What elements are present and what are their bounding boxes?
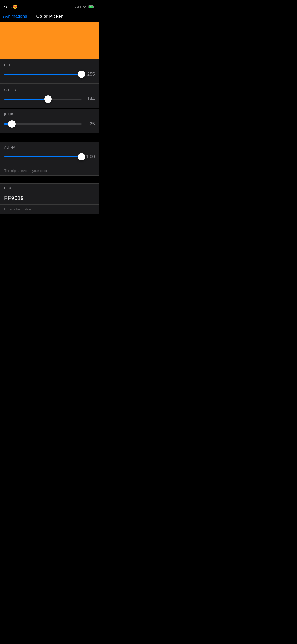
- hex-value-row[interactable]: FF9019: [0, 192, 99, 205]
- sliders-section: RED 255 GREEN 144 BLUE: [0, 59, 99, 133]
- back-button[interactable]: ‹ Animations: [3, 14, 27, 19]
- green-value: 144: [84, 96, 95, 102]
- green-slider-group: GREEN 144: [0, 84, 99, 108]
- blue-label: BLUE: [4, 113, 95, 117]
- hex-value: FF9019: [4, 195, 95, 201]
- green-slider-container[interactable]: [4, 94, 82, 104]
- hex-hint: Enter a hex value: [0, 205, 99, 214]
- alpha-label: ALPHA: [4, 146, 95, 149]
- blue-slider-row: 25: [4, 119, 95, 129]
- alpha-slider-row: 1.00: [4, 152, 95, 162]
- red-slider-container[interactable]: [4, 70, 82, 79]
- red-slider-track: [4, 74, 82, 75]
- green-slider-track: [4, 99, 82, 100]
- blue-slider-group: BLUE 25: [0, 109, 99, 133]
- green-label: GREEN: [4, 88, 95, 92]
- red-label: RED: [4, 63, 95, 67]
- red-value: 255: [84, 72, 95, 77]
- wifi-icon: [82, 4, 87, 9]
- alpha-section: ALPHA 1.00 The alpha level of your color: [0, 142, 99, 176]
- blue-slider-thumb[interactable]: [8, 120, 16, 128]
- section-gap-1: [0, 134, 99, 142]
- back-label: Animations: [5, 14, 27, 19]
- color-preview: [0, 22, 99, 59]
- signal-icon: [75, 6, 81, 8]
- alpha-slider-thumb[interactable]: [78, 153, 85, 160]
- status-bar: ST5 😍: [0, 0, 99, 12]
- green-slider-fill: [4, 99, 48, 100]
- green-slider-row: 144: [4, 94, 95, 104]
- svg-point-0: [84, 7, 85, 8]
- hex-label-row: HEX: [0, 183, 99, 192]
- status-indicators: [75, 4, 95, 9]
- back-chevron-icon: ‹: [3, 14, 4, 19]
- red-slider-row: 255: [4, 70, 95, 79]
- red-slider-fill: [4, 74, 82, 75]
- app-name-text: ST5: [4, 5, 12, 9]
- alpha-slider-group: ALPHA 1.00: [0, 142, 99, 166]
- nav-bar: ‹ Animations Color Picker: [0, 12, 99, 22]
- alpha-slider-fill: [4, 156, 82, 157]
- alpha-slider-container[interactable]: [4, 152, 82, 162]
- blue-slider-track: [4, 123, 82, 125]
- red-slider-thumb[interactable]: [78, 71, 85, 78]
- blue-slider-container[interactable]: [4, 119, 82, 129]
- page-title: Color Picker: [36, 14, 63, 19]
- green-slider-thumb[interactable]: [44, 95, 52, 103]
- status-app-name: ST5 😍: [4, 4, 18, 9]
- battery-icon: [88, 5, 95, 8]
- blue-value: 25: [84, 121, 95, 127]
- red-slider-group: RED 255: [0, 59, 99, 84]
- alpha-slider-track: [4, 156, 82, 157]
- hex-label: HEX: [4, 186, 95, 190]
- app-emoji: 😍: [13, 4, 18, 9]
- alpha-hint: The alpha level of your color: [0, 166, 99, 176]
- hex-section: HEX FF9019 Enter a hex value: [0, 183, 99, 214]
- alpha-value: 1.00: [84, 154, 95, 159]
